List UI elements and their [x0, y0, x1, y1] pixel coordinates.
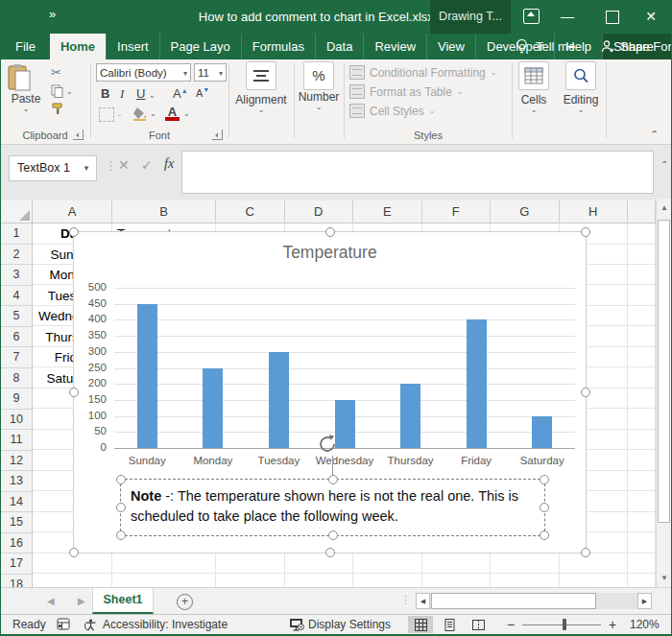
sheet-nav-right-icon[interactable]: ▶ [78, 596, 85, 606]
row-header-16[interactable]: 16 [1, 533, 33, 554]
increase-font-size-button[interactable]: A▲ [173, 86, 188, 101]
styles-item-format-as-table[interactable]: Format as Table⌄ [349, 84, 464, 99]
chart-handle[interactable] [581, 548, 590, 557]
hscroll-right-icon[interactable]: ▶ [637, 593, 652, 609]
row-header-8[interactable]: 8 [1, 368, 33, 389]
bar-sunday[interactable] [137, 304, 157, 448]
column-header-H[interactable]: H [560, 200, 629, 224]
row-header-11[interactable]: 11 [1, 430, 33, 451]
ribbon-tab-page-layo[interactable]: Page Layo [159, 34, 241, 59]
zoom-slider[interactable] [522, 624, 601, 625]
number-button[interactable]: % Number ⌄ [296, 61, 342, 110]
note-text-box[interactable]: Note -: The temperature shown here is no… [120, 479, 545, 536]
clipboard-dialog-launcher-icon[interactable] [73, 130, 84, 140]
row-header-2[interactable]: 2 [1, 245, 33, 266]
borders-icon[interactable] [99, 107, 114, 122]
font-name-select[interactable]: Calibri (Body)▾ [96, 63, 191, 82]
cells-dropdown-icon[interactable]: ⌄ [514, 106, 554, 113]
chart-title[interactable]: Temperature [74, 243, 586, 263]
zoom-slider-thumb[interactable] [563, 619, 566, 630]
styles-item-cell-styles[interactable]: Cell Styles⌄ [349, 104, 435, 118]
tell-me[interactable]: Tell me [516, 34, 575, 59]
display-settings-label[interactable]: Display Settings [308, 615, 391, 634]
format-painter-icon[interactable] [51, 102, 64, 115]
row-header-9[interactable]: 9 [1, 389, 33, 410]
temperature-chart[interactable]: Temperature 0501001502002503003504004505… [73, 231, 587, 554]
chart-handle[interactable] [325, 227, 335, 237]
formula-input[interactable] [181, 151, 654, 194]
ribbon-tab-view[interactable]: View [426, 34, 475, 59]
share-button[interactable]: Share [600, 34, 654, 59]
name-box[interactable]: TextBox 1 ▼ [9, 155, 97, 181]
normal-view-button[interactable] [408, 616, 433, 633]
row-header-6[interactable]: 6 [1, 327, 33, 348]
copy-dropdown-icon[interactable]: ⌄ [66, 88, 73, 95]
bar-monday[interactable] [203, 368, 223, 449]
ribbon-tab-formulas[interactable]: Formulas [241, 34, 315, 59]
paste-dropdown-icon[interactable]: ⌄ [7, 106, 45, 112]
sheet-nav-left-icon[interactable]: ◀ [47, 596, 55, 606]
row-header-7[interactable]: 7 [1, 347, 33, 368]
italic-button[interactable]: I [120, 86, 124, 102]
decrease-font-size-button[interactable]: A▼ [196, 86, 209, 99]
copy-icon[interactable] [51, 84, 63, 98]
bar-thursday[interactable] [400, 384, 420, 448]
row-header-12[interactable]: 12 [1, 451, 33, 472]
zoom-level[interactable]: 120% [630, 615, 660, 634]
row-header-10[interactable]: 10 [1, 410, 33, 431]
column-header-partial[interactable] [628, 200, 656, 224]
chart-handle[interactable] [69, 548, 79, 557]
alignment-dropdown-icon[interactable]: ⌄ [232, 106, 290, 113]
column-header-D[interactable]: D [285, 200, 354, 224]
sheet-tab-sheet1[interactable]: Sheet1 [92, 588, 154, 614]
formula-bar-expand-icon[interactable]: ⌃ [660, 159, 668, 170]
row-header-3[interactable]: 3 [1, 265, 33, 286]
textbox-handle[interactable] [116, 475, 126, 484]
textbox-handle[interactable] [328, 475, 338, 484]
hscroll-left-icon[interactable]: ◀ [416, 593, 430, 609]
bold-button[interactable]: B [101, 86, 109, 101]
underline-button[interactable]: U [136, 86, 145, 101]
row-header-15[interactable]: 15 [1, 512, 33, 533]
font-color-dropdown-icon[interactable]: ⌄ [183, 110, 190, 117]
bar-tuesday[interactable] [269, 352, 289, 448]
font-color-icon[interactable]: A [165, 105, 180, 121]
row-header-5[interactable]: 5 [1, 306, 33, 327]
textbox-handle[interactable] [540, 503, 549, 512]
font-dialog-launcher-icon[interactable] [212, 130, 223, 140]
page-break-preview-button[interactable] [466, 616, 491, 633]
cut-icon[interactable]: ✂ [51, 65, 61, 80]
maximize-button[interactable] [606, 11, 619, 24]
alignment-button[interactable]: Alignment ⌄ [232, 61, 290, 113]
ribbon-tab-home[interactable]: Home [50, 34, 106, 59]
insert-function-icon[interactable]: fx [164, 156, 174, 172]
bar-saturday[interactable] [532, 416, 552, 448]
textbox-handle[interactable] [116, 530, 126, 540]
rotate-handle-icon[interactable] [317, 433, 340, 456]
tab-scroll-splitter[interactable]: ⋮ [400, 594, 411, 606]
cancel-icon[interactable]: ✕ [118, 157, 130, 173]
column-header-B[interactable]: B [112, 200, 216, 224]
column-header-F[interactable]: F [422, 200, 492, 224]
row-header-14[interactable]: 14 [1, 492, 33, 513]
accessibility-status[interactable]: Accessibility: Investigate [103, 615, 228, 634]
ribbon-tab-file[interactable]: File [1, 34, 50, 59]
close-button[interactable]: ✕ [636, 0, 665, 34]
chart-handle[interactable] [69, 227, 79, 237]
chart-handle[interactable] [581, 388, 590, 397]
zoom-in-icon[interactable]: + [609, 615, 616, 634]
textbox-handle[interactable] [328, 530, 338, 540]
textbox-handle[interactable] [540, 530, 549, 540]
font-size-select[interactable]: 11▾ [194, 63, 227, 82]
contextual-tab-drawing-tools[interactable]: Drawing T... [430, 0, 511, 34]
vertical-scrollbar[interactable]: ▲ ▼ [656, 199, 671, 587]
row-header-18[interactable]: 18 [1, 575, 33, 588]
paste-button[interactable]: Paste ⌄ [7, 63, 45, 112]
horizontal-scrollbar-thumb[interactable] [431, 593, 596, 609]
enter-icon[interactable]: ✓ [141, 157, 153, 173]
editing-button[interactable]: Editing ⌄ [560, 61, 602, 113]
column-header-G[interactable]: G [491, 200, 560, 224]
row-header-13[interactable]: 13 [1, 471, 33, 492]
cells-button[interactable]: Cells ⌄ [514, 61, 554, 113]
new-sheet-icon[interactable]: + [177, 594, 193, 610]
